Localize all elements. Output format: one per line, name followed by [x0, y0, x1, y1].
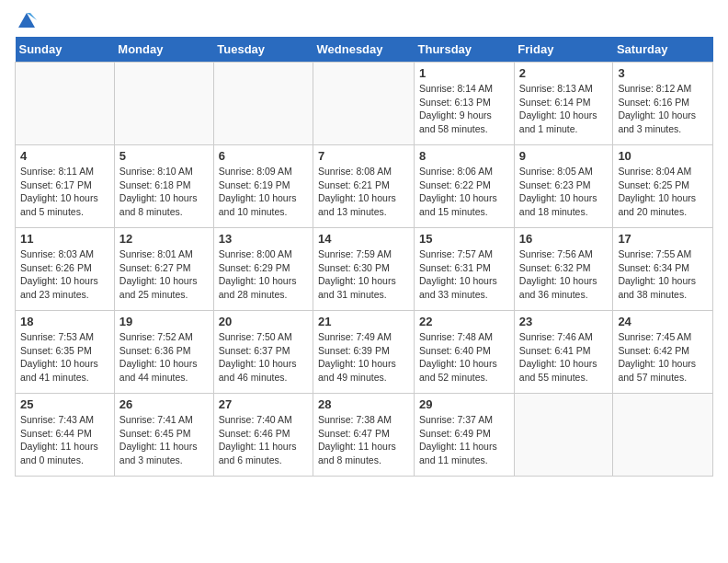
calendar-header-row: SundayMondayTuesdayWednesdayThursdayFrid… — [16, 37, 713, 63]
day-info: Sunrise: 7:55 AMSunset: 6:34 PMDaylight:… — [618, 247, 708, 302]
day-number: 16 — [519, 232, 609, 246]
week-row-5: 25Sunrise: 7:43 AMSunset: 6:44 PMDayligh… — [16, 394, 713, 477]
day-cell: 22Sunrise: 7:48 AMSunset: 6:40 PMDayligh… — [415, 311, 515, 394]
day-number: 18 — [20, 315, 109, 328]
day-info: Sunrise: 7:52 AMSunset: 6:36 PMDaylight:… — [119, 330, 209, 385]
svg-marker-0 — [18, 13, 35, 28]
day-cell: 13Sunrise: 8:00 AMSunset: 6:29 PMDayligh… — [213, 228, 313, 311]
day-info: Sunrise: 7:37 AMSunset: 6:49 PMDaylight:… — [419, 413, 509, 467]
day-info: Sunrise: 8:00 AMSunset: 6:29 PMDaylight:… — [219, 247, 308, 302]
day-number: 9 — [519, 149, 609, 163]
day-cell — [213, 63, 313, 145]
day-cell: 26Sunrise: 7:41 AMSunset: 6:45 PMDayligh… — [114, 394, 213, 477]
day-cell — [514, 394, 613, 477]
day-cell: 24Sunrise: 7:45 AMSunset: 6:42 PMDayligh… — [613, 311, 713, 394]
day-cell: 12Sunrise: 8:01 AMSunset: 6:27 PMDayligh… — [114, 228, 213, 311]
day-number: 5 — [119, 149, 209, 163]
col-header-monday: Monday — [114, 37, 213, 63]
day-cell: 14Sunrise: 7:59 AMSunset: 6:30 PMDayligh… — [313, 228, 415, 311]
day-number: 24 — [618, 315, 708, 328]
day-info: Sunrise: 7:57 AMSunset: 6:31 PMDaylight:… — [419, 247, 509, 302]
logo — [15, 15, 37, 28]
day-number: 17 — [618, 232, 708, 246]
logo-icon — [17, 11, 37, 31]
day-cell — [313, 63, 415, 145]
day-info: Sunrise: 7:49 AMSunset: 6:39 PMDaylight:… — [318, 330, 409, 385]
col-header-friday: Friday — [514, 37, 613, 63]
day-info: Sunrise: 8:04 AMSunset: 6:25 PMDaylight:… — [618, 165, 708, 219]
day-number: 29 — [419, 397, 509, 411]
day-info: Sunrise: 8:12 AMSunset: 6:16 PMDaylight:… — [618, 82, 708, 136]
day-number: 14 — [318, 232, 409, 246]
day-number: 4 — [20, 149, 109, 163]
week-row-4: 18Sunrise: 7:53 AMSunset: 6:35 PMDayligh… — [16, 311, 713, 394]
day-info: Sunrise: 7:40 AMSunset: 6:46 PMDaylight:… — [219, 413, 308, 467]
day-info: Sunrise: 8:09 AMSunset: 6:19 PMDaylight:… — [219, 165, 308, 219]
col-header-wednesday: Wednesday — [313, 37, 415, 63]
day-number: 8 — [419, 149, 509, 163]
day-cell: 6Sunrise: 8:09 AMSunset: 6:19 PMDaylight… — [213, 145, 313, 228]
day-number: 28 — [318, 397, 409, 411]
day-cell: 8Sunrise: 8:06 AMSunset: 6:22 PMDaylight… — [415, 145, 515, 228]
col-header-sunday: Sunday — [16, 37, 115, 63]
day-info: Sunrise: 7:59 AMSunset: 6:30 PMDaylight:… — [318, 247, 409, 302]
day-number: 11 — [20, 232, 109, 246]
day-cell: 19Sunrise: 7:52 AMSunset: 6:36 PMDayligh… — [114, 311, 213, 394]
day-cell: 9Sunrise: 8:05 AMSunset: 6:23 PMDaylight… — [514, 145, 613, 228]
day-cell: 3Sunrise: 8:12 AMSunset: 6:16 PMDaylight… — [613, 63, 713, 145]
day-cell: 25Sunrise: 7:43 AMSunset: 6:44 PMDayligh… — [16, 394, 115, 477]
day-info: Sunrise: 8:08 AMSunset: 6:21 PMDaylight:… — [318, 165, 409, 219]
day-number: 10 — [618, 149, 708, 163]
day-number: 15 — [419, 232, 509, 246]
day-number: 2 — [519, 66, 609, 80]
day-cell: 18Sunrise: 7:53 AMSunset: 6:35 PMDayligh… — [16, 311, 115, 394]
day-cell — [114, 63, 213, 145]
week-row-1: 1Sunrise: 8:14 AMSunset: 6:13 PMDaylight… — [16, 63, 713, 145]
day-info: Sunrise: 7:43 AMSunset: 6:44 PMDaylight:… — [20, 413, 109, 467]
day-number: 13 — [219, 232, 308, 246]
day-number: 27 — [219, 397, 308, 411]
day-number: 12 — [119, 232, 209, 246]
col-header-thursday: Thursday — [415, 37, 515, 63]
day-info: Sunrise: 8:03 AMSunset: 6:26 PMDaylight:… — [20, 247, 109, 302]
day-number: 23 — [519, 315, 609, 328]
day-info: Sunrise: 7:48 AMSunset: 6:40 PMDaylight:… — [419, 330, 509, 385]
day-cell: 28Sunrise: 7:38 AMSunset: 6:47 PMDayligh… — [313, 394, 415, 477]
day-cell: 1Sunrise: 8:14 AMSunset: 6:13 PMDaylight… — [415, 63, 515, 145]
day-info: Sunrise: 8:05 AMSunset: 6:23 PMDaylight:… — [519, 165, 609, 219]
day-number: 1 — [419, 66, 509, 80]
day-cell: 29Sunrise: 7:37 AMSunset: 6:49 PMDayligh… — [415, 394, 515, 477]
day-cell: 17Sunrise: 7:55 AMSunset: 6:34 PMDayligh… — [613, 228, 713, 311]
day-info: Sunrise: 7:53 AMSunset: 6:35 PMDaylight:… — [20, 330, 109, 385]
day-info: Sunrise: 7:56 AMSunset: 6:32 PMDaylight:… — [519, 247, 609, 302]
day-number: 22 — [419, 315, 509, 328]
day-number: 19 — [119, 315, 209, 328]
day-cell: 21Sunrise: 7:49 AMSunset: 6:39 PMDayligh… — [313, 311, 415, 394]
day-number: 21 — [318, 315, 409, 328]
day-number: 6 — [219, 149, 308, 163]
day-number: 3 — [618, 66, 708, 80]
day-cell: 5Sunrise: 8:10 AMSunset: 6:18 PMDaylight… — [114, 145, 213, 228]
calendar-table: SundayMondayTuesdayWednesdayThursdayFrid… — [15, 37, 713, 477]
col-header-saturday: Saturday — [613, 37, 713, 63]
day-info: Sunrise: 7:41 AMSunset: 6:45 PMDaylight:… — [119, 413, 209, 467]
day-cell: 7Sunrise: 8:08 AMSunset: 6:21 PMDaylight… — [313, 145, 415, 228]
day-info: Sunrise: 8:10 AMSunset: 6:18 PMDaylight:… — [119, 165, 209, 219]
day-cell: 11Sunrise: 8:03 AMSunset: 6:26 PMDayligh… — [16, 228, 115, 311]
day-number: 7 — [318, 149, 409, 163]
day-cell: 20Sunrise: 7:50 AMSunset: 6:37 PMDayligh… — [213, 311, 313, 394]
day-cell: 10Sunrise: 8:04 AMSunset: 6:25 PMDayligh… — [613, 145, 713, 228]
day-number: 25 — [20, 397, 109, 411]
day-cell: 27Sunrise: 7:40 AMSunset: 6:46 PMDayligh… — [213, 394, 313, 477]
day-cell: 16Sunrise: 7:56 AMSunset: 6:32 PMDayligh… — [514, 228, 613, 311]
day-cell — [613, 394, 713, 477]
week-row-3: 11Sunrise: 8:03 AMSunset: 6:26 PMDayligh… — [16, 228, 713, 311]
day-number: 20 — [219, 315, 308, 328]
day-info: Sunrise: 8:11 AMSunset: 6:17 PMDaylight:… — [20, 165, 109, 219]
day-info: Sunrise: 7:50 AMSunset: 6:37 PMDaylight:… — [219, 330, 308, 385]
day-cell — [16, 63, 115, 145]
day-info: Sunrise: 8:01 AMSunset: 6:27 PMDaylight:… — [119, 247, 209, 302]
day-cell: 15Sunrise: 7:57 AMSunset: 6:31 PMDayligh… — [415, 228, 515, 311]
col-header-tuesday: Tuesday — [213, 37, 313, 63]
day-info: Sunrise: 7:45 AMSunset: 6:42 PMDaylight:… — [618, 330, 708, 385]
